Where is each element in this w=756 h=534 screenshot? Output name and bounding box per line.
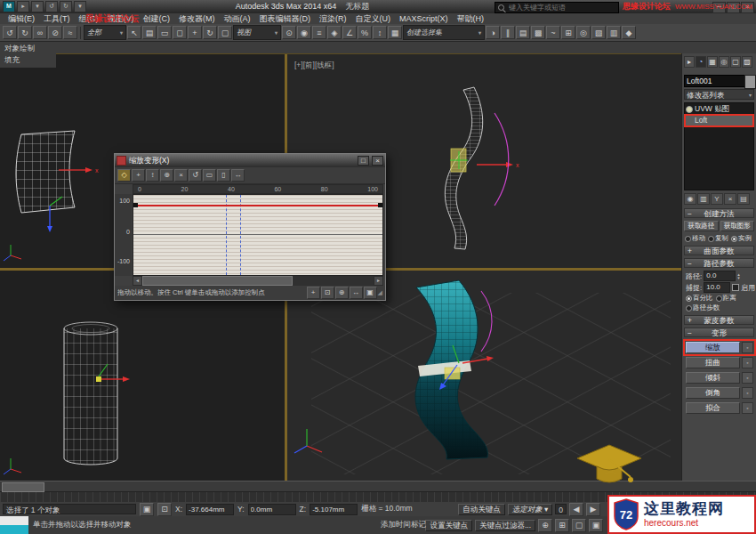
graph-hscrollbar[interactable]: ◂ ▸ (133, 276, 383, 286)
swap-deform-curves-icon[interactable]: ↔ (231, 169, 245, 182)
object-name-field[interactable]: Loft001 (684, 75, 746, 87)
dialog-close-button[interactable]: × (372, 156, 383, 166)
spinner-snap-icon[interactable]: ↕ (373, 26, 387, 39)
use-pivot-center-icon[interactable]: ⊙ (282, 26, 296, 39)
rollout-path-params[interactable]: −路径参数 (684, 258, 754, 268)
selection-lock-icon[interactable]: ▣ (140, 503, 154, 516)
angle-snap-icon[interactable]: ∠ (342, 26, 357, 39)
menu-item[interactable]: MAXScript(X) (395, 13, 453, 24)
time-slider-handle[interactable] (2, 482, 44, 492)
current-frame-field[interactable]: 0 (555, 504, 567, 514)
reset-curve-icon[interactable]: ↺ (189, 169, 202, 182)
render-frame-icon[interactable]: ▥ (607, 26, 621, 39)
tutorial-site-logo[interactable]: 72 这里教程网 herecours.net (607, 495, 756, 534)
zoom-all-icon[interactable]: ⊞ (555, 519, 569, 532)
stack-item[interactable]: UVW 贴图 (685, 103, 753, 115)
project-dropdown-icon[interactable]: ▾ (74, 1, 86, 12)
help-search-box[interactable] (495, 2, 619, 13)
delete-control-point-icon[interactable]: × (174, 169, 188, 182)
zoom-horiz-icon[interactable]: ↔ (350, 287, 363, 299)
path-spinner[interactable]: ▴▾ (737, 272, 740, 279)
modifier-bulb-icon[interactable] (686, 106, 693, 113)
menu-item[interactable]: 工具(T) (39, 13, 75, 24)
curve-endpoint[interactable] (378, 203, 382, 207)
x-coordinate-field[interactable] (186, 504, 234, 515)
insert-corner-point-icon[interactable]: ⊕ (160, 169, 173, 182)
rollout-skin-params[interactable]: +蒙皮参数 (684, 315, 754, 325)
rollout-surface-params[interactable]: +曲面参数 (684, 246, 754, 255)
fit-deformation-button[interactable]: 拟合 (686, 402, 740, 414)
select-by-name-icon[interactable]: ▤ (142, 26, 157, 39)
ribbon-tab[interactable]: 填充 (4, 54, 56, 66)
scroll-left-icon[interactable]: ◂ (133, 276, 142, 286)
select-manipulate-icon[interactable]: ◉ (297, 26, 311, 39)
scroll-right-icon[interactable]: ▸ (374, 276, 383, 286)
bind-spacewarp-icon[interactable]: ≈ (63, 26, 77, 39)
auto-key-button[interactable]: 自动关键点 (458, 504, 505, 515)
z-coordinate-field[interactable] (310, 504, 358, 515)
scale-bulb-toggle-icon[interactable]: ◦ (742, 342, 753, 353)
dialog-title-bar[interactable]: 缩放变形(X) □ × (115, 154, 385, 167)
unlink-icon[interactable]: ⊘ (48, 26, 62, 39)
deformation-graph[interactable] (133, 194, 383, 276)
selection-filter-dropdown[interactable]: 全部▾ (84, 25, 126, 40)
menu-item[interactable]: 自定义(U) (351, 13, 396, 24)
remove-modifier-icon[interactable]: × (724, 193, 736, 205)
scrollbar-thumb[interactable] (142, 276, 293, 286)
menu-item[interactable]: 动画(A) (220, 13, 255, 24)
schematic-view-icon[interactable]: ⊞ (561, 26, 575, 39)
radio-percentage[interactable]: 百分比 (686, 294, 713, 303)
add-time-tag[interactable]: 添加时间标记 (381, 520, 426, 530)
previous-frame-icon[interactable]: ◀ (569, 503, 583, 516)
menu-item[interactable]: 创建(C) (139, 13, 175, 24)
zoom-icon[interactable]: ⊕ (335, 287, 349, 299)
key-filters-button[interactable]: 关键点过滤器... (475, 520, 535, 531)
absolute-offset-icon[interactable]: ⊡ (157, 503, 172, 516)
pan-icon[interactable]: + (307, 287, 320, 299)
tab-display-icon[interactable]: ▢ (730, 56, 741, 68)
snap-toggle-icon[interactable]: ◈ (327, 26, 342, 39)
menu-item[interactable]: 渲染(R) (315, 13, 351, 24)
resize-grip[interactable]: ◢ (378, 289, 382, 296)
save-file-icon[interactable]: ▾ (31, 1, 44, 12)
select-object-icon[interactable]: ↖ (127, 26, 141, 39)
y-coordinate-field[interactable] (248, 504, 296, 515)
get-shape-button[interactable]: 获取图形 (720, 221, 755, 231)
snap-value-field[interactable]: 10.0 (704, 282, 730, 293)
maxscript-mini-listener[interactable] (0, 516, 28, 534)
select-link-icon[interactable]: ∞ (33, 26, 47, 39)
keyboard-override-icon[interactable]: ≡ (312, 26, 326, 39)
app-logo-icon[interactable]: M (3, 1, 15, 12)
curve-endpoint[interactable] (133, 203, 138, 207)
menu-item[interactable]: 编辑(E) (4, 13, 39, 24)
rollout-creation-method[interactable]: −创建方法 (684, 208, 754, 218)
show-end-result-icon[interactable]: ▥ (697, 193, 710, 205)
site-url[interactable]: herecours.net (644, 518, 724, 528)
undo-quick-icon[interactable]: ↺ (45, 1, 58, 12)
tab-motion-icon[interactable]: ◎ (719, 56, 729, 68)
ribbon-tab[interactable]: 对象绘制 (4, 43, 56, 54)
tab-hierarchy-icon[interactable]: ▦ (707, 56, 718, 68)
viewport-label[interactable]: [+][前][线框] (294, 61, 334, 71)
zoom-extents-icon[interactable]: ▢ (572, 519, 586, 532)
named-selection-sets-dropdown[interactable]: 创建选择集▾ (403, 25, 485, 40)
tab-modify-icon[interactable]: ◔ (696, 56, 706, 68)
object-color-swatch[interactable] (744, 75, 756, 89)
mirror-icon[interactable]: ◑ (486, 26, 500, 39)
radio-move[interactable]: 移动 (685, 234, 705, 243)
render-setup-icon[interactable]: ▧ (591, 26, 606, 39)
stack-item-loft[interactable]: Loft (685, 115, 753, 126)
layer-manager-icon[interactable]: ▤ (516, 26, 530, 39)
modifier-list-dropdown[interactable]: 修改器列表▾ (684, 89, 754, 100)
reference-coordinate-dropdown[interactable]: 视图▾ (233, 25, 281, 40)
selection-filter-key-dropdown[interactable]: 选定对象 ▾ (508, 504, 553, 515)
edit-named-sets-icon[interactable]: ▦ (388, 26, 402, 39)
undo-icon[interactable]: ↺ (3, 26, 17, 39)
make-unique-icon[interactable]: Y (711, 193, 723, 205)
menu-item[interactable]: 帮助(H) (453, 13, 489, 24)
radio-path-steps[interactable]: 路径步数 (686, 303, 720, 312)
twist-bulb-toggle-icon[interactable]: ◦ (742, 357, 753, 368)
make-symmetrical-icon[interactable]: ◇ (117, 169, 131, 182)
radio-copy[interactable]: 复制 (708, 234, 728, 243)
redo-quick-icon[interactable]: ↻ (60, 1, 72, 12)
